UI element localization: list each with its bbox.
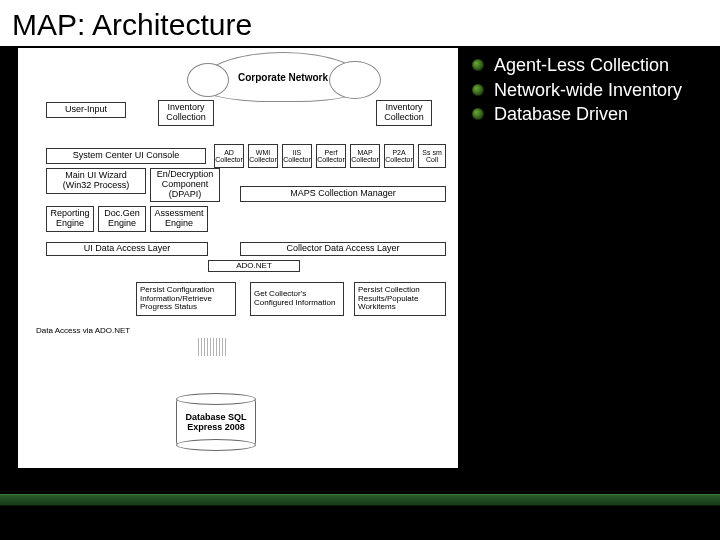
box-collector-ad: AD Collector xyxy=(214,144,244,168)
box-collector-data-access: Collector Data Access Layer xyxy=(240,242,446,256)
box-collector-wmi: WMI Collector xyxy=(248,144,278,168)
database-label: Database SQL Express 2008 xyxy=(177,412,255,432)
box-collector-other: Ss sm Coll xyxy=(418,144,446,168)
box-system-center-ui: System Center UI Console xyxy=(46,148,206,164)
box-reporting-engine: Reporting Engine xyxy=(46,206,94,232)
box-user-input: User-Input xyxy=(46,102,126,118)
diagram-connector-hatch xyxy=(198,338,228,356)
cloud-corporate-network: Corporate Network xyxy=(198,52,368,102)
box-encryption-component: En/Decryption Component (DPAPI) xyxy=(150,168,220,202)
box-ui-data-access: UI Data Access Layer xyxy=(46,242,208,256)
content-area: Corporate Network User-Input Inventory C… xyxy=(0,48,720,478)
database-cylinder: Database SQL Express 2008 xyxy=(176,396,256,456)
box-inventory-collection-left: Inventory Collection xyxy=(158,100,214,126)
cloud-label: Corporate Network xyxy=(238,72,328,83)
box-assessment-engine: Assessment Engine xyxy=(150,206,208,232)
box-collector-perf: Perf Collector xyxy=(316,144,346,168)
box-persist-results: Persist Collection Results/Populate Work… xyxy=(354,282,446,316)
box-main-ui-wizard: Main UI Wizard (Win32 Process) xyxy=(46,168,146,194)
box-maps-collection-manager: MAPS Collection Manager xyxy=(240,186,446,202)
feature-bullet-list: Agent-Less Collection Network-wide Inven… xyxy=(458,48,720,478)
box-inventory-collection-right: Inventory Collection xyxy=(376,100,432,126)
bullet-item: Network-wide Inventory xyxy=(472,79,712,102)
architecture-diagram: Corporate Network User-Input Inventory C… xyxy=(18,48,458,468)
box-collector-p2a: P2A Collector xyxy=(384,144,414,168)
bullet-item: Database Driven xyxy=(472,103,712,126)
box-ado-net: ADO.NET xyxy=(208,260,300,272)
box-persist-config: Persist Configuration Information/Retrie… xyxy=(136,282,236,316)
page-title: MAP: Architecture xyxy=(0,0,720,48)
box-docgen-engine: Doc.Gen Engine xyxy=(98,206,146,232)
box-collector-map: MAP Collector xyxy=(350,144,380,168)
bullet-item: Agent-Less Collection xyxy=(472,54,712,77)
label-data-access-via-ado: Data Access via ADO.NET xyxy=(36,326,130,335)
box-get-collectors: Get Collector's Configured Information xyxy=(250,282,344,316)
box-collector-iis: IIS Collector xyxy=(282,144,312,168)
footer-accent-bar xyxy=(0,494,720,506)
